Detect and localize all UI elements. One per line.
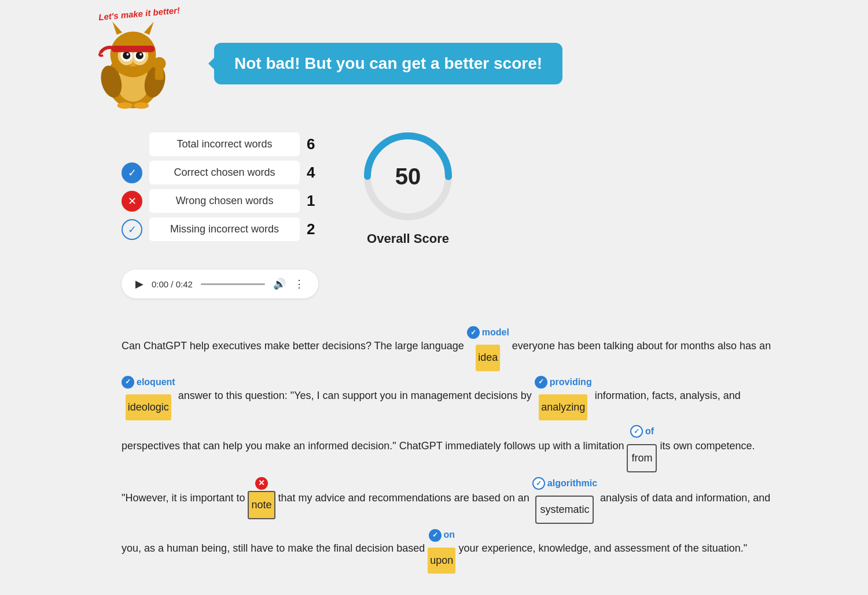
idea-word: idea [476, 345, 500, 371]
header-area: Let's make it better! [87, 17, 781, 110]
svg-marker-4 [144, 22, 154, 35]
svg-point-16 [117, 102, 133, 109]
svg-point-17 [134, 102, 149, 109]
missing-incorrect-label: Missing incorrect words [149, 217, 300, 241]
speech-bubble-text: Not bad! But you can get a better score! [234, 54, 542, 72]
providing-word: providing [550, 371, 592, 393]
analyzing-annotation: ✓ providing analyzing [535, 371, 592, 421]
total-incorrect-label: Total incorrect words [149, 132, 300, 156]
svg-marker-3 [112, 22, 122, 35]
passage-segment-1: Can ChatGPT help executives make better … [122, 340, 467, 352]
wrong-chosen-row: ✕ Wrong chosen words 1 [122, 189, 324, 213]
note-x-icon: ✕ [255, 477, 268, 490]
missing-incorrect-value: 2 [307, 220, 324, 238]
total-incorrect-value: 6 [307, 135, 324, 153]
overall-score-number: 50 [395, 164, 421, 190]
wrong-chosen-label: Wrong chosen words [149, 189, 300, 213]
idea-annotation: ✓ model idea [467, 321, 509, 371]
owl-svg [87, 17, 179, 110]
on-check-icon: ✓ [429, 529, 442, 542]
audio-player[interactable]: ▶ 0:00 / 0:42 🔊 ⋮ [122, 269, 318, 298]
circle-container: 50 [359, 127, 457, 226]
progress-bar[interactable] [201, 283, 265, 285]
score-rows: Total incorrect words 6 ✓ Correct chosen… [122, 132, 324, 241]
of-word: of [645, 420, 654, 442]
upon-annotation: ✓ on upon [428, 524, 455, 574]
correct-chosen-icon: ✓ [122, 162, 142, 183]
correct-chosen-label: Correct chosen words [149, 161, 300, 184]
note-annotation: ✕ note [248, 477, 275, 519]
svg-point-9 [123, 51, 130, 59]
analyzing-word: analyzing [539, 394, 587, 420]
eloquent-check-icon: ✓ [122, 376, 134, 389]
model-check-icon: ✓ [467, 326, 480, 339]
model-word: model [482, 321, 509, 343]
ideologic-annotation: ✓ eloquent ideologic [122, 371, 175, 421]
circular-score: 50 Overall Score [359, 127, 457, 246]
total-incorrect-row: Total incorrect words 6 [122, 132, 324, 156]
time-display: 0:00 / 0:42 [152, 279, 193, 289]
scores-area: Total incorrect words 6 ✓ Correct chosen… [122, 127, 781, 246]
passage-segment-6: that my advice and recommendations are b… [278, 491, 532, 503]
systematic-word: systematic [535, 496, 594, 524]
ideologic-word: ideologic [126, 394, 171, 420]
wrong-chosen-icon: ✕ [122, 191, 142, 212]
providing-check-icon: ✓ [535, 376, 547, 389]
algorithmic-check-icon: ✓ [532, 477, 545, 490]
svg-point-19 [153, 57, 166, 71]
speech-bubble: Not bad! But you can get a better score! [214, 43, 562, 84]
algorithmic-word: algorithmic [547, 472, 597, 494]
play-button[interactable]: ▶ [135, 278, 144, 290]
systematic-annotation: ✓ algorithmic systematic [532, 472, 597, 524]
upon-word: upon [428, 548, 455, 574]
note-word: note [248, 491, 275, 519]
correct-chosen-value: 4 [307, 164, 324, 182]
page-container: Let's make it better! [0, 0, 868, 591]
passage-segment-3: answer to this question: "Yes, I can sup… [178, 389, 535, 401]
from-word: from [627, 444, 657, 472]
passage-text: Can ChatGPT help executives make better … [122, 321, 781, 574]
passage-segment-8: your experience, knowledge, and assessme… [458, 542, 747, 554]
more-options-icon[interactable]: ⋮ [294, 278, 304, 290]
overall-score-label: Overall Score [367, 231, 449, 246]
correct-chosen-row: ✓ Correct chosen words 4 [122, 161, 324, 184]
svg-rect-20 [155, 69, 164, 80]
volume-icon[interactable]: 🔊 [273, 278, 286, 290]
of-check-icon: ✓ [630, 425, 643, 438]
svg-point-12 [139, 53, 142, 56]
missing-incorrect-row: ✓ Missing incorrect words 2 [122, 217, 324, 241]
from-annotation: ✓ of from [627, 420, 657, 472]
missing-incorrect-icon: ✓ [122, 219, 142, 240]
on-word: on [444, 524, 455, 546]
svg-point-10 [136, 51, 144, 59]
svg-rect-18 [111, 46, 155, 52]
passage-segment-2: everyone has been talking about for mont… [512, 340, 771, 352]
owl-mascot: Let's make it better! [87, 17, 179, 110]
eloquent-word: eloquent [137, 371, 175, 393]
svg-point-11 [127, 53, 129, 56]
wrong-chosen-value: 1 [307, 192, 324, 210]
